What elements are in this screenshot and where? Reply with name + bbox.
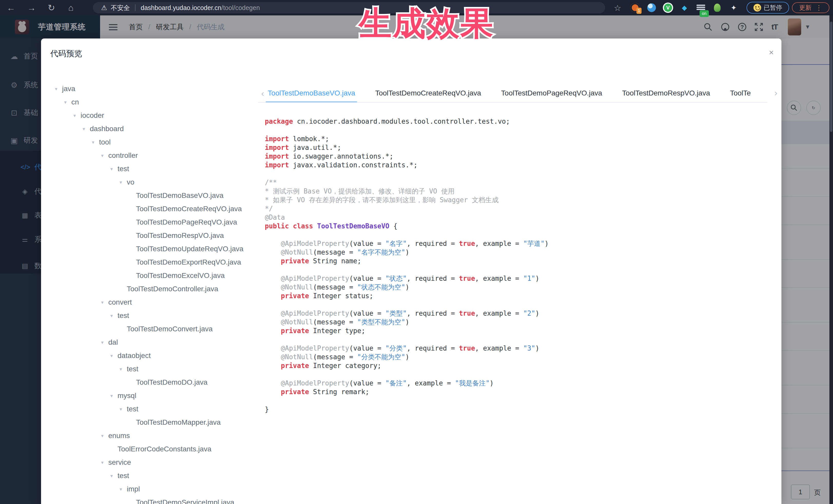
tree-file-ToolErrorCodeConstants.java[interactable]: ToolErrorCodeConstants.java: [51, 442, 256, 456]
extension-icon-orange[interactable]: 1: [629, 2, 641, 14]
reload-icon[interactable]: ↻: [48, 3, 55, 13]
caret-down-icon: ▾: [101, 339, 108, 345]
tree-label: test: [127, 405, 138, 413]
tree-label: ToolTestDemoExcelVO.java: [136, 271, 224, 280]
tree-label: ToolTestDemoConvert.java: [127, 325, 213, 333]
tabs-scroll-left-icon[interactable]: ‹: [261, 88, 264, 98]
caret-down-icon: ▾: [110, 353, 118, 359]
tab-ToolTestDemoPageReqVO.java[interactable]: ToolTestDemoPageReqVO.java: [501, 84, 602, 102]
url-host: dashboard.yudao.iocoder.cn: [141, 4, 221, 11]
close-icon[interactable]: ×: [769, 48, 774, 56]
tree-folder-impl[interactable]: ▾impl: [51, 482, 256, 496]
extension-icon-drop[interactable]: [646, 2, 658, 14]
code-line: @ApiModelProperty(value = "备注", example …: [265, 379, 549, 387]
caret-down-icon: ▾: [92, 139, 99, 145]
bookmark-star-icon[interactable]: ☆: [614, 3, 621, 13]
extensions-puzzle-icon[interactable]: ✦: [728, 2, 740, 14]
code-line: private Integer status;: [265, 291, 549, 300]
extension-icon-diamond[interactable]: ◆: [679, 2, 690, 14]
browser-scrollbar[interactable]: [829, 16, 833, 504]
code-line: [265, 231, 549, 239]
tree-label: ToolTestDemoMapper.java: [136, 418, 221, 427]
tree-folder-dashboard[interactable]: ▾dashboard: [51, 122, 256, 136]
tree-folder-controller[interactable]: ▾controller: [51, 149, 256, 162]
tab-ToolTestDemoRespVO.java[interactable]: ToolTestDemoRespVO.java: [622, 84, 710, 102]
code-line: [265, 265, 549, 274]
tree-label: dashboard: [90, 125, 124, 133]
tree-folder-test[interactable]: ▾test: [51, 402, 256, 416]
tree-folder-iocoder[interactable]: ▾iocoder: [51, 109, 256, 122]
tree-folder-dal[interactable]: ▾dal: [51, 336, 256, 349]
tab-ToolTestDemoCreateReqVO.java[interactable]: ToolTestDemoCreateReqVO.java: [375, 84, 481, 102]
back-icon[interactable]: ←: [7, 3, 16, 13]
code-line: @NotNull(message = "类型不能为空"): [265, 318, 549, 327]
tree-file-ToolTestDemoPageReqVO.java[interactable]: ToolTestDemoPageReqVO.java: [51, 216, 256, 229]
menu-dots-icon[interactable]: ⋮: [815, 4, 822, 12]
tree-label: enums: [108, 432, 130, 440]
code-line: import java.util.*;: [265, 143, 549, 152]
tree-folder-java[interactable]: ▾java: [51, 82, 256, 95]
home-icon[interactable]: ⌂: [68, 3, 74, 13]
scrollbar-thumb[interactable]: [830, 22, 832, 132]
code-line: import io.swagger.annotations.*;: [265, 152, 549, 161]
tree-folder-vo[interactable]: ▾vo: [51, 175, 256, 189]
caret-down-icon: ▾: [110, 473, 118, 479]
tree-file-ToolTestDemoUpdateReqVO.java[interactable]: ToolTestDemoUpdateReqVO.java: [51, 242, 256, 256]
code-line: @ApiModelProperty(value = "类型", required…: [265, 309, 549, 318]
tree-folder-service[interactable]: ▾service: [51, 456, 256, 469]
tree-label: ToolTestDemoController.java: [127, 285, 218, 293]
tree-label: test: [118, 472, 129, 480]
tree-label: ToolTestDemoPageReqVO.java: [136, 218, 237, 226]
tree-folder-mysql[interactable]: ▾mysql: [51, 389, 256, 402]
tree-file-ToolTestDemoRespVO.java[interactable]: ToolTestDemoRespVO.java: [51, 229, 256, 242]
tree-folder-cn[interactable]: ▾cn: [51, 95, 256, 109]
tree-folder-test[interactable]: ▾test: [51, 362, 256, 376]
code-line: private String remark;: [265, 387, 549, 396]
tree-file-ToolTestDemoBaseVO.java[interactable]: ToolTestDemoBaseVO.java: [51, 189, 256, 202]
tree-label: ToolTestDemoRespVO.java: [136, 232, 224, 240]
caret-down-icon: ▾: [101, 299, 108, 305]
emoji-face-icon: [754, 4, 761, 11]
extension-icon-list[interactable]: on: [695, 2, 707, 14]
tree-folder-convert[interactable]: ▾convert: [51, 296, 256, 309]
code-line: private String name;: [265, 257, 549, 265]
tree-file-ToolTestDemoCreateReqVO.java[interactable]: ToolTestDemoCreateReqVO.java: [51, 202, 256, 216]
tree-file-ToolTestDemoController.java[interactable]: ToolTestDemoController.java: [51, 282, 256, 296]
code-line: import javax.validation.constraints.*;: [265, 161, 549, 169]
tree-file-ToolTestDemoServiceImpl.java[interactable]: ToolTestDemoServiceImpl.java: [51, 496, 256, 504]
caret-down-icon: ▾: [110, 393, 118, 399]
extension-on-badge: on: [699, 10, 709, 17]
extension-icon-plant[interactable]: [711, 2, 723, 14]
tree-file-ToolTestDemoMapper.java[interactable]: ToolTestDemoMapper.java: [51, 416, 256, 429]
code-line: [265, 335, 549, 344]
tree-folder-test[interactable]: ▾test: [51, 469, 256, 482]
tab-ToolTestDemoBaseVO.java[interactable]: ToolTestDemoBaseVO.java: [268, 84, 355, 102]
tree-folder-test[interactable]: ▾test: [51, 309, 256, 322]
caret-down-icon: ▾: [120, 179, 127, 185]
tab-ToolTe[interactable]: ToolTe: [730, 84, 751, 102]
tree-file-ToolTestDemoExcelVO.java[interactable]: ToolTestDemoExcelVO.java: [51, 269, 256, 282]
tree-file-ToolTestDemoDO.java[interactable]: ToolTestDemoDO.java: [51, 376, 256, 389]
tree-folder-enums[interactable]: ▾enums: [51, 429, 256, 442]
security-label[interactable]: 不安全: [111, 4, 130, 12]
tree-label: ToolTestDemoExportReqVO.java: [136, 258, 241, 266]
tree-label: ToolTestDemoCreateReqVO.java: [136, 205, 242, 213]
code-line: [265, 169, 549, 178]
code-view: package cn.iocoder.dashboard.modules.too…: [265, 117, 549, 414]
caret-down-icon: ▾: [120, 486, 127, 492]
paused-badge[interactable]: 已暂停: [746, 2, 789, 14]
forward-icon[interactable]: →: [27, 3, 36, 13]
caret-down-icon: ▾: [101, 153, 108, 159]
extension-icon-green[interactable]: V: [662, 2, 674, 14]
tree-folder-dataobject[interactable]: ▾dataobject: [51, 349, 256, 362]
address-bar[interactable]: ⚠ 不安全 dashboard.yudao.iocoder.cn/tool/co…: [93, 2, 605, 13]
tree-file-ToolTestDemoConvert.java[interactable]: ToolTestDemoConvert.java: [51, 322, 256, 336]
tree-file-ToolTestDemoExportReqVO.java[interactable]: ToolTestDemoExportReqVO.java: [51, 256, 256, 269]
address-divider: [135, 4, 136, 11]
update-button[interactable]: 更新 ⋮: [792, 2, 829, 13]
tree-label: ToolTestDemoUpdateReqVO.java: [136, 245, 243, 253]
tree-label: vo: [127, 178, 135, 186]
tabs-scroll-right-icon[interactable]: ›: [775, 88, 777, 98]
tree-folder-tool[interactable]: ▾tool: [51, 136, 256, 149]
tree-folder-test[interactable]: ▾test: [51, 162, 256, 175]
